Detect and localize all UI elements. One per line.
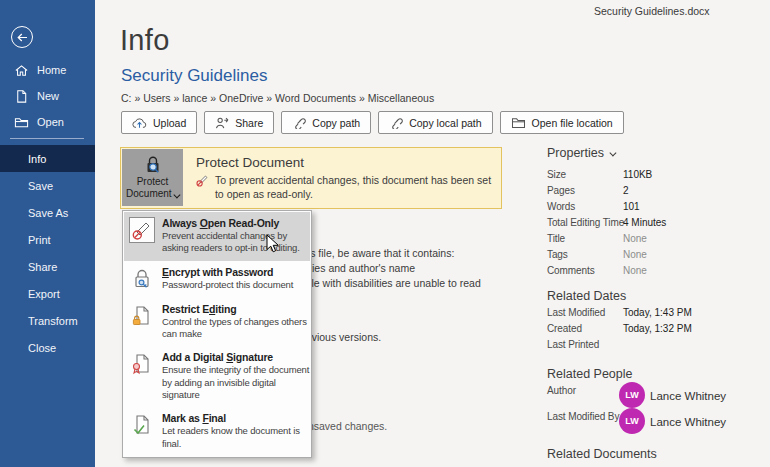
- sidebar-item-label: Export: [28, 288, 60, 300]
- sidebar-item-label: Save: [28, 180, 53, 192]
- property-row: Words 101: [547, 201, 762, 215]
- page-lock-icon: [129, 303, 155, 329]
- date-value: Today, 1:32 PM: [623, 323, 692, 334]
- menu-item-mark-as-final[interactable]: Mark as Final Let readers know the docum…: [124, 407, 310, 456]
- property-value[interactable]: None: [623, 233, 647, 244]
- property-label: Tags: [547, 249, 568, 260]
- property-label: Title: [547, 233, 565, 244]
- protect-section-description: To prevent accidental changes, this docu…: [215, 174, 496, 201]
- section-title: Properties: [547, 146, 604, 160]
- protect-document-button[interactable]: Protect Document: [122, 149, 183, 206]
- property-row: Title None: [547, 233, 762, 247]
- sidebar-divider: [10, 138, 84, 139]
- sidebar-item-save-as[interactable]: Save As: [0, 199, 95, 226]
- sidebar-item-label: New: [37, 90, 59, 102]
- property-label: Words: [547, 201, 575, 212]
- menu-item-description: Let readers know the document is final.: [162, 425, 310, 450]
- menu-item-always-open-read-only[interactable]: Always Open Read-Only Prevent accidental…: [124, 212, 310, 261]
- back-arrow-icon: [16, 31, 29, 44]
- sidebar-item-label: Close: [28, 342, 56, 354]
- menu-item-encrypt-with-password[interactable]: Encrypt with Password Password-protect t…: [124, 261, 310, 298]
- button-label: Open file location: [532, 117, 613, 129]
- related-dates-header: Related Dates: [547, 289, 626, 303]
- back-button[interactable]: [11, 26, 33, 48]
- sidebar-item-label: Home: [37, 64, 66, 76]
- window-document-title: Security Guidelines.docx: [594, 5, 710, 17]
- related-date-row: Last Printed: [547, 339, 762, 353]
- person-name[interactable]: Lance Whitney: [650, 390, 726, 402]
- menu-item-description: Password-protect this document: [162, 279, 310, 291]
- sidebar-item-home[interactable]: Home: [0, 57, 95, 83]
- dropdown-caret-icon: [610, 149, 616, 155]
- sidebar-item-close[interactable]: Close: [0, 334, 95, 361]
- button-label: Upload: [153, 117, 186, 129]
- avatar[interactable]: LW: [619, 408, 645, 434]
- section-title: Related Documents: [547, 447, 657, 461]
- lock-magnifier-icon: [143, 155, 163, 175]
- page-check-icon: [129, 412, 155, 438]
- sidebar-item-share[interactable]: Share: [0, 253, 95, 280]
- menu-item-title: Always Open Read-Only: [162, 217, 310, 229]
- sidebar-item-open[interactable]: Open: [0, 109, 95, 135]
- share-person-icon: [215, 116, 229, 129]
- share-button[interactable]: Share: [204, 111, 274, 134]
- folder-icon: [511, 117, 526, 129]
- link-icon: [292, 116, 306, 129]
- protect-document-section: Protect Document Protect Document To pre…: [120, 147, 502, 209]
- property-value[interactable]: None: [623, 265, 647, 276]
- read-only-pencil-icon: [129, 217, 155, 243]
- open-file-location-button[interactable]: Open file location: [500, 111, 624, 134]
- date-label: Last Printed: [547, 339, 599, 350]
- new-document-icon: [14, 89, 29, 104]
- menu-item-description: Ensure the integrity of the document by …: [162, 364, 310, 401]
- menu-item-description: Prevent accidental changes by asking rea…: [162, 230, 310, 255]
- dropdown-caret-icon: [174, 191, 180, 197]
- avatar-initials: LW: [625, 390, 639, 400]
- menu-item-description: Control the types of changes others can …: [162, 316, 310, 341]
- button-label: Copy local path: [409, 117, 481, 129]
- related-date-row: Created Today, 1:32 PM: [547, 323, 762, 337]
- property-label: Pages: [547, 185, 575, 196]
- sidebar-item-transform[interactable]: Transform: [0, 307, 95, 334]
- property-value: 101: [623, 201, 640, 212]
- avatar[interactable]: LW: [619, 382, 645, 408]
- document-actions-toolbar: Upload Share Copy path Copy local path O…: [121, 111, 624, 134]
- sidebar-item-info[interactable]: Info: [0, 145, 95, 172]
- sidebar-item-label: Print: [28, 234, 51, 246]
- mouse-cursor: [266, 234, 280, 254]
- menu-item-title: Mark as Final: [162, 412, 310, 424]
- sidebar-item-label: Open: [37, 116, 64, 128]
- section-title: Related People: [547, 367, 632, 381]
- sidebar-item-print[interactable]: Print: [0, 226, 95, 253]
- sidebar-item-save[interactable]: Save: [0, 172, 95, 199]
- backstage-sidebar: Home New Open Info Save Save As Print Sh…: [0, 0, 95, 467]
- property-row: Comments None: [547, 265, 762, 279]
- copy-local-path-button[interactable]: Copy local path: [378, 111, 492, 134]
- section-title: Related Dates: [547, 289, 626, 303]
- sidebar-item-new[interactable]: New: [0, 83, 95, 109]
- person-name[interactable]: Lance Whitney: [650, 416, 726, 428]
- properties-header[interactable]: Properties: [547, 146, 614, 160]
- menu-item-title: Add a Digital Signature: [162, 351, 310, 363]
- copy-path-button[interactable]: Copy path: [281, 111, 371, 134]
- menu-item-title: Encrypt with Password: [162, 266, 310, 278]
- button-label: Share: [235, 117, 263, 129]
- sidebar-item-label: Transform: [28, 315, 78, 327]
- person-label: Author: [547, 385, 576, 396]
- property-value: 110KB: [623, 169, 652, 180]
- menu-item-restrict-editing[interactable]: Restrict Editing Control the types of ch…: [124, 298, 310, 347]
- upload-button[interactable]: Upload: [121, 111, 197, 134]
- button-label: Protect Document: [126, 176, 179, 200]
- date-label: Created: [547, 323, 582, 334]
- property-label: Size: [547, 169, 566, 180]
- date-value: Today, 1:43 PM: [623, 307, 692, 318]
- sidebar-item-export[interactable]: Export: [0, 280, 95, 307]
- sidebar-item-label: Info: [28, 153, 46, 165]
- button-label: Copy path: [312, 117, 360, 129]
- home-icon: [14, 63, 29, 78]
- lock-key-icon: [129, 266, 155, 292]
- property-value[interactable]: None: [623, 249, 647, 260]
- menu-item-add-digital-signature[interactable]: Add a Digital Signature Ensure the integ…: [124, 346, 310, 407]
- upload-cloud-icon: [132, 117, 147, 129]
- related-documents-header: Related Documents: [547, 447, 657, 461]
